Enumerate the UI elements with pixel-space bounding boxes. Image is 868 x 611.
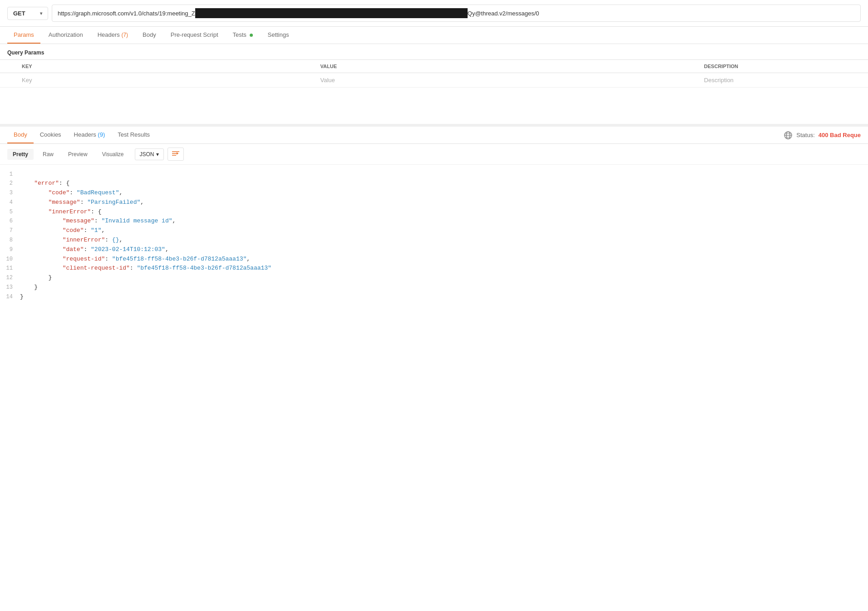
response-section: Body Cookies Headers (9) Test Results St… [0,124,868,307]
spacer [0,88,868,124]
line-content: "message": "Invalid message id", [20,217,864,226]
code-line: 9 "date": "2023-02-14T10:12:03", [0,245,868,255]
line-number: 2 [4,179,20,188]
code-line: 7 "code": "1", [0,226,868,236]
format-label: JSON [140,151,154,158]
view-btn-pretty[interactable]: Pretty [7,149,34,160]
line-content: "code": "1", [20,226,864,236]
params-table: KEY VALUE DESCRIPTION Key Value Descript… [0,59,868,88]
line-number: 13 [4,283,20,292]
code-line: 3 "code": "BadRequest", [0,188,868,198]
view-controls: Pretty Raw Preview Visualize JSON ▾ [0,144,868,165]
status-area: Status: 400 Bad Reque [784,131,861,140]
method-label: GET [13,10,25,17]
status-label: Status: [796,132,814,138]
url-end: Qy@thread.v2/messages/0 [468,10,539,17]
code-viewer: 12 "error": {3 "code": "BadRequest",4 "m… [0,165,868,307]
col-checkbox-header [0,60,15,73]
line-content: } [20,283,864,292]
wrap-button[interactable] [168,148,184,161]
code-line: 6 "message": "Invalid message id", [0,217,868,226]
tab-body[interactable]: Body [136,27,163,44]
response-tabs: Body Cookies Headers (9) Test Results St… [0,127,868,144]
tab-prerequest[interactable]: Pre-request Script [164,27,225,44]
request-tabs: Params Authorization Headers (7) Body Pr… [0,27,868,44]
code-line: 11 "client-request-id": "bfe45f18-ff58-4… [0,264,868,273]
view-btn-raw[interactable]: Raw [37,149,59,160]
line-content: "code": "BadRequest", [20,188,864,198]
tests-dot [250,34,253,37]
chevron-icon: ▾ [40,11,42,16]
format-select[interactable]: JSON ▾ [135,148,164,160]
line-content: } [20,292,864,302]
response-tab-body[interactable]: Body [7,127,34,143]
line-number: 5 [4,208,20,217]
url-start: https://graph.microsoft.com/v1.0/chats/1… [58,10,195,17]
line-content: "message": "ParsingFailed", [20,198,864,207]
line-content: "innerError": { [20,207,864,217]
url-bar: GET ▾ https://graph.microsoft.com/v1.0/c… [0,0,868,27]
params-empty-row: Key Value Description [0,73,868,88]
value-placeholder: Value [321,77,335,84]
code-line: 5 "innerError": { [0,207,868,217]
status-code: 400 Bad Reque [819,132,861,138]
tab-settings[interactable]: Settings [261,27,295,44]
code-line: 4 "message": "ParsingFailed", [0,198,868,207]
view-btn-visualize[interactable]: Visualize [97,149,129,160]
line-content: "error": { [20,179,864,188]
tab-params[interactable]: Params [7,27,40,44]
line-number: 12 [4,274,20,282]
col-value-header: VALUE [313,60,697,73]
url-redacted-block [195,8,468,18]
col-key-header: KEY [15,60,313,73]
section-label: Query Params [0,44,868,59]
line-content: "date": "2023-02-14T10:12:03", [20,245,864,255]
line-content: "request-id": "bfe45f18-ff58-4be3-b26f-d… [20,255,864,264]
globe-icon [784,131,793,140]
code-line: 12 } [0,273,868,283]
code-line: 2 "error": { [0,179,868,188]
tab-tests[interactable]: Tests [227,27,260,44]
key-placeholder: Key [22,77,32,84]
response-tab-cookies[interactable]: Cookies [34,127,68,143]
line-number: 10 [4,255,20,264]
code-line: 1 [0,170,868,179]
response-tab-test-results[interactable]: Test Results [111,127,156,143]
query-params-section: Query Params KEY VALUE DESCRIPTION Key V… [0,44,868,88]
line-content: } [20,273,864,283]
code-line: 14} [0,292,868,302]
code-line: 13 } [0,283,868,292]
wrap-icon [172,150,180,157]
method-select[interactable]: GET ▾ [7,7,48,20]
line-number: 14 [4,293,20,301]
response-tab-headers[interactable]: Headers (9) [68,127,112,143]
line-number: 6 [4,217,20,226]
line-number: 8 [4,236,20,245]
line-number: 4 [4,198,20,207]
code-line: 10 "request-id": "bfe45f18-ff58-4be3-b26… [0,255,868,264]
desc-placeholder: Description [704,77,734,84]
tab-authorization[interactable]: Authorization [42,27,89,44]
col-desc-header: DESCRIPTION [697,60,868,73]
line-content: "innerError": {}, [20,236,864,245]
line-number: 1 [4,170,20,179]
line-content: "client-request-id": "bfe45f18-ff58-4be3… [20,264,864,273]
line-number: 7 [4,227,20,235]
line-number: 3 [4,189,20,197]
view-btn-preview[interactable]: Preview [63,149,93,160]
code-line: 8 "innerError": {}, [0,236,868,245]
url-input[interactable]: https://graph.microsoft.com/v1.0/chats/1… [52,5,861,22]
tab-headers[interactable]: Headers (7) [91,27,134,44]
line-number: 9 [4,246,20,254]
format-chevron: ▾ [156,151,159,158]
line-number: 11 [4,264,20,273]
